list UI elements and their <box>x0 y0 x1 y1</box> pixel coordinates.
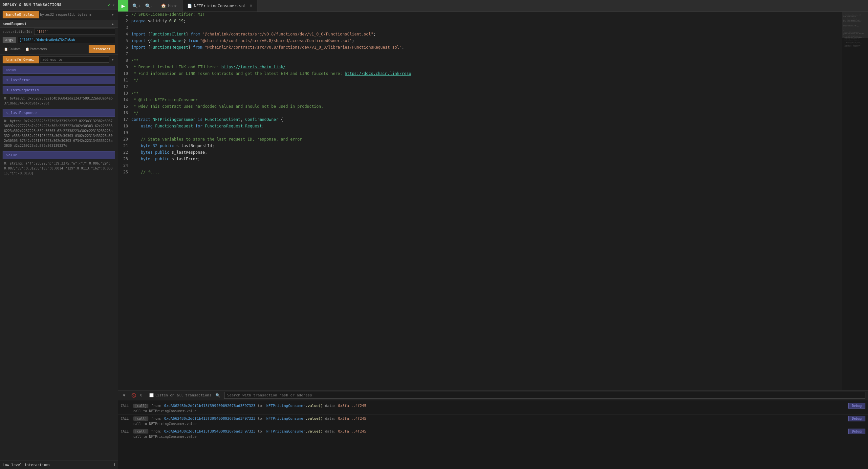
value-button[interactable]: value <box>3 151 115 159</box>
transfer-collapse-icon[interactable]: ▾ <box>110 57 115 62</box>
code-area[interactable]: 1// SPDX-License-Identifier: MIT2pragma … <box>118 12 842 390</box>
collapse-icon[interactable]: ▾ <box>110 12 115 17</box>
line-content: contract NFTPricingConsumer is Functions… <box>131 117 842 122</box>
code-line: 25 // fu... <box>118 170 842 176</box>
line-number: 12 <box>118 84 131 89</box>
send-request-header[interactable]: sendRequest ▴ <box>0 20 118 28</box>
run-button[interactable]: ▶ <box>118 0 128 11</box>
code-line: 20 // State variables to store the last … <box>118 137 842 143</box>
tab-home[interactable]: 🏠 Home <box>156 0 183 11</box>
line-content: bytes public s_lastResponse; <box>131 150 842 155</box>
code-line: 14 * @title NFTPricingConsumer <box>118 97 842 104</box>
check-icon: ✓ <box>108 2 110 7</box>
code-line: 8/** <box>118 58 842 64</box>
line-number: 6 <box>118 45 131 50</box>
code-line: 3 <box>118 25 842 32</box>
send-request-collapse-icon[interactable]: ▴ <box>110 21 115 26</box>
tx-badge: [call] <box>133 416 148 421</box>
tx-entry: CALL [call] from: 0xdA6624B0c2dCf1b413f3… <box>118 414 868 427</box>
tx-collapse-button[interactable]: ▼ <box>121 392 127 399</box>
line-content: import {ConfirmedOwner} from "@chainlink… <box>131 38 842 43</box>
s-last-request-id-button[interactable]: s_lastRequestId <box>3 86 115 94</box>
expand-icon[interactable]: › <box>113 2 115 7</box>
line-number: 25 <box>118 170 131 175</box>
code-line: 23 bytes public s_lastError; <box>118 156 842 163</box>
tx-listen-checkbox[interactable] <box>149 393 154 398</box>
line-content <box>131 130 842 135</box>
parameters-icon: 📋 <box>25 47 29 51</box>
code-line: 7 <box>118 51 842 58</box>
line-number: 13 <box>118 91 131 96</box>
line-content: /** <box>131 58 842 63</box>
code-line: 9 * Request testnet LINK and ETH here: h… <box>118 64 842 71</box>
parameters-button[interactable]: 📋 Parameters <box>24 47 48 52</box>
s-last-error-button[interactable]: s_lastError <box>3 76 115 84</box>
code-line: 1// SPDX-License-Identifier: MIT <box>118 12 842 19</box>
line-number: 21 <box>118 143 131 148</box>
owner-button[interactable]: owner <box>3 66 115 74</box>
info-icon[interactable]: ℹ <box>114 463 115 467</box>
args-label: args <box>3 37 16 43</box>
code-line: 21 bytes32 public s_lastRequestId; <box>118 143 842 150</box>
line-content: * Request testnet LINK and ETH here: htt… <box>131 64 842 70</box>
tx-text: from: 0xdA6624B0c2dCf1b413f399400092076a… <box>151 416 846 421</box>
tx-listen-label: listen on all transactions <box>155 393 211 398</box>
action-row: 📋 Calldata 📋 Parameters transact <box>0 44 118 54</box>
transfer-owner-input[interactable] <box>40 57 109 63</box>
tx-sub-line: call to NFTPricingConsumer.value <box>121 409 865 413</box>
code-line: 5import {ConfirmedOwner} from "@chainlin… <box>118 38 842 45</box>
line-number: 8 <box>118 58 131 63</box>
subscription-id-row: subscriptionId: <box>0 28 118 36</box>
line-content: // fu... <box>131 170 842 175</box>
tab-close-button[interactable]: ✕ <box>249 4 252 8</box>
line-content: // State variables to store the last req… <box>131 137 842 142</box>
calldata-icon: 📋 <box>4 47 8 51</box>
code-line: 11 */ <box>118 78 842 84</box>
s-last-response-button[interactable]: s_lastResponse <box>3 109 115 117</box>
handle-oracle-row: handleOracleF... bytes32 requestId, byte… <box>0 9 118 20</box>
line-number: 17 <box>118 117 131 122</box>
tx-tag: CALL <box>121 430 131 433</box>
line-number: 9 <box>118 64 131 70</box>
panel-title: DEPLOY & RUN TRANSACTIONS <box>3 3 106 7</box>
tx-main-line: CALL [call] from: 0xdA6624B0c2dCf1b413f3… <box>121 403 865 409</box>
zoom-in-button[interactable]: 🔍+ <box>130 2 143 10</box>
tx-debug-button[interactable]: Debug <box>848 403 865 409</box>
tx-clear-button[interactable]: 🚫 <box>130 392 137 399</box>
code-line: 18 using FunctionsRequest for FunctionsR… <box>118 123 842 130</box>
tx-badge: [call] <box>133 429 148 434</box>
line-number: 3 <box>118 25 131 30</box>
subscription-id-label: subscriptionId: <box>3 30 32 33</box>
line-number: 19 <box>118 130 131 135</box>
tx-main-line: CALL [call] from: 0xdA6624B0c2dCf1b413f3… <box>121 429 865 434</box>
line-content: /** <box>131 91 842 96</box>
line-content: bytes32 public s_lastRequestId; <box>131 143 842 148</box>
code-line: 6import {FunctionsRequest} from "@chainl… <box>118 45 842 51</box>
line-number: 1 <box>118 12 131 17</box>
tab-file[interactable]: 📄 NFTPricingConsumer.sol ✕ <box>183 0 257 11</box>
calldata-button[interactable]: 📋 Calldata <box>3 47 22 52</box>
line-content: import {FunctionsClient} from "@chainlin… <box>131 32 842 37</box>
tx-log: ▼ 🚫 0 listen on all transactions 🔍 CALL … <box>118 390 868 469</box>
code-line: 2pragma solidity 0.8.19; <box>118 19 842 25</box>
args-input[interactable] <box>17 37 115 43</box>
line-content: * Find information on LINK Token Contrac… <box>131 71 842 76</box>
tx-debug-button[interactable]: Debug <box>848 429 865 434</box>
left-panel: DEPLOY & RUN TRANSACTIONS ✓ › handleOrac… <box>0 0 118 469</box>
minimap: // SPDX-License-Identifier: MIT pragma s… <box>842 12 868 390</box>
code-line: 19 <box>118 130 842 137</box>
handle-oracle-button[interactable]: handleOracleF... <box>3 11 39 19</box>
line-number: 15 <box>118 104 131 109</box>
transact-button[interactable]: transact <box>89 45 115 53</box>
tab-file-icon: 📄 <box>187 4 192 8</box>
code-line: 13/** <box>118 91 842 97</box>
line-number: 14 <box>118 97 131 102</box>
tx-search-icon[interactable]: 🔍 <box>214 392 222 399</box>
tx-tag: CALL <box>121 417 131 420</box>
zoom-out-button[interactable]: 🔍- <box>143 2 154 10</box>
code-line: 4import {FunctionsClient} from "@chainli… <box>118 32 842 38</box>
subscription-id-input[interactable] <box>34 29 115 35</box>
tx-search-input[interactable] <box>224 392 865 399</box>
tx-debug-button[interactable]: Debug <box>848 416 865 421</box>
transfer-owner-button[interactable]: transferOwner... <box>3 56 39 63</box>
